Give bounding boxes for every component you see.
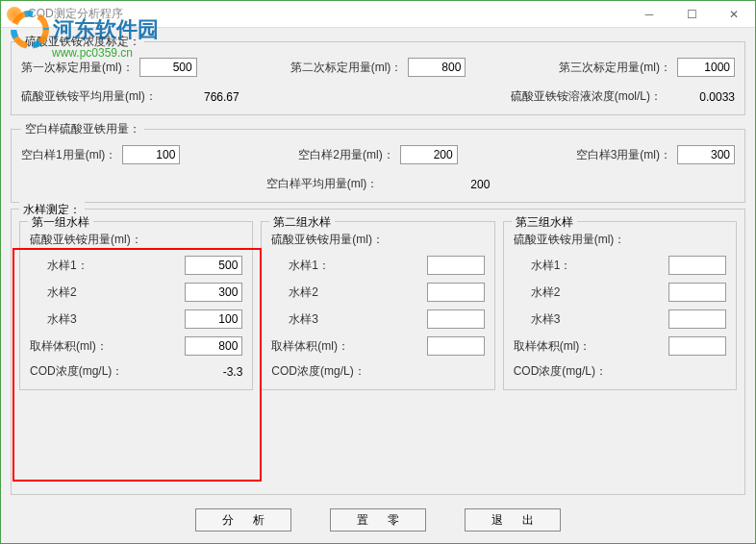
button-row: 分 析 置 零 退 出 xyxy=(11,501,745,535)
sg1-usage-label: 硫酸亚铁铵用量(ml)： xyxy=(30,232,242,248)
sg3-cod-label: COD浓度(mg/L)： xyxy=(514,363,672,380)
sg1-s3-label: 水样3 xyxy=(30,311,185,328)
sg1-s1-input[interactable] xyxy=(185,256,242,275)
sg1-s1-label: 水样1： xyxy=(30,258,185,274)
sg3-s2-input[interactable] xyxy=(668,283,726,302)
sg2-vol-label: 取样体积(ml)： xyxy=(271,338,426,355)
samples-group: 水样测定： 第一组水样 硫酸亚铁铵用量(ml)： 水样1： 水样2 水样3 取样… xyxy=(11,209,745,495)
calib-avg-value: 766.67 xyxy=(163,90,239,104)
sg1-s2-input[interactable] xyxy=(185,283,242,302)
sg2-vol-input[interactable] xyxy=(427,336,485,356)
blank2-label: 空白样2用量(ml)： xyxy=(298,147,393,163)
sg1-s2-label: 水样2 xyxy=(30,284,185,301)
sg1-s3-input[interactable] xyxy=(185,309,242,329)
calib-second-label: 第二次标定用量(ml)： xyxy=(290,60,403,76)
blank1-label: 空白样1用量(ml)： xyxy=(21,147,116,163)
sg3-s3-label: 水样3 xyxy=(514,311,668,328)
sg3-s2-label: 水样2 xyxy=(514,284,668,301)
sg3-vol-input[interactable] xyxy=(668,336,726,356)
sg2-s1-input[interactable] xyxy=(427,256,485,275)
sg3-s1-input[interactable] xyxy=(668,256,726,275)
sample-group-2: 第二组水样 硫酸亚铁铵用量(ml)： 水样1： 水样2 水样3 取样体积(ml)… xyxy=(261,221,494,390)
app-window: COD测定分析程序 ─ ☐ ✕ 河东软件园 www.pc0359.cn 硫酸亚铁… xyxy=(0,0,756,544)
calib-first-label: 第一次标定用量(ml)： xyxy=(21,60,134,76)
calibration-legend: 硫酸亚铁铵浓度标定： xyxy=(21,34,144,50)
sg2-s3-label: 水样3 xyxy=(271,311,426,328)
calib-avg-label: 硫酸亚铁铵平均用量(ml)： xyxy=(21,88,157,105)
sample-group-3-legend: 第三组水样 xyxy=(512,214,577,231)
sample-group-2-legend: 第二组水样 xyxy=(269,214,335,231)
sample-group-1-legend: 第一组水样 xyxy=(28,214,93,231)
sg1-cod-label: COD浓度(mg/L)： xyxy=(30,363,189,380)
maximize-button[interactable]: ☐ xyxy=(670,1,713,28)
blank1-input[interactable] xyxy=(122,145,180,164)
calib-third-input[interactable] xyxy=(677,58,735,77)
blank2-input[interactable] xyxy=(400,145,458,164)
blank3-label: 空白样3用量(ml)： xyxy=(576,147,671,163)
blank-legend: 空白样硫酸亚铁用量： xyxy=(21,121,144,137)
calib-first-input[interactable] xyxy=(139,58,197,77)
calib-conc-label: 硫酸亚铁铵溶液浓度(mol/L)： xyxy=(511,88,662,105)
sg1-cod-value: -3.3 xyxy=(189,365,242,379)
blank-group: 空白样硫酸亚铁用量： 空白样1用量(ml)： 空白样2用量(ml)： 空白样3用… xyxy=(11,121,745,203)
sg2-usage-label: 硫酸亚铁铵用量(ml)： xyxy=(271,232,484,248)
analyze-button[interactable]: 分 析 xyxy=(195,508,291,532)
sg2-s2-label: 水样2 xyxy=(271,284,426,301)
calib-third-label: 第三次标定用量(ml)： xyxy=(559,60,671,76)
sample-group-1: 第一组水样 硫酸亚铁铵用量(ml)： 水样1： 水样2 水样3 取样体积(ml)… xyxy=(19,221,253,390)
close-button[interactable]: ✕ xyxy=(713,1,755,28)
calibration-group: 硫酸亚铁铵浓度标定： 第一次标定用量(ml)： 第二次标定用量(ml)： 第三次… xyxy=(11,34,745,115)
blank-avg-label: 空白样平均用量(ml)： xyxy=(266,176,379,192)
sg3-s3-input[interactable] xyxy=(668,309,726,329)
reset-button[interactable]: 置 零 xyxy=(330,508,426,532)
sg2-s2-input[interactable] xyxy=(427,283,485,302)
sg3-usage-label: 硫酸亚铁铵用量(ml)： xyxy=(514,232,726,248)
titlebar: COD测定分析程序 ─ ☐ ✕ xyxy=(1,1,755,28)
sg2-s3-input[interactable] xyxy=(427,309,485,329)
content-area: 硫酸亚铁铵浓度标定： 第一次标定用量(ml)： 第二次标定用量(ml)： 第三次… xyxy=(1,28,755,543)
sg3-vol-label: 取样体积(ml)： xyxy=(514,338,668,355)
sg3-s1-label: 水样1： xyxy=(514,258,668,274)
blank-avg-value: 200 xyxy=(436,178,490,191)
sg2-cod-label: COD浓度(mg/L)： xyxy=(271,363,430,380)
sg1-vol-label: 取样体积(ml)： xyxy=(30,338,185,355)
sg2-s1-label: 水样1： xyxy=(271,258,426,274)
app-icon xyxy=(7,7,22,22)
exit-button[interactable]: 退 出 xyxy=(465,508,561,532)
calib-second-input[interactable] xyxy=(408,58,466,77)
blank3-input[interactable] xyxy=(677,145,735,164)
sg1-vol-input[interactable] xyxy=(185,336,242,356)
sample-group-3: 第三组水样 硫酸亚铁铵用量(ml)： 水样1： 水样2 水样3 取样体积(ml)… xyxy=(503,221,737,390)
calib-conc-value: 0.0033 xyxy=(668,90,735,104)
window-title: COD测定分析程序 xyxy=(28,6,123,22)
minimize-button[interactable]: ─ xyxy=(628,1,670,28)
